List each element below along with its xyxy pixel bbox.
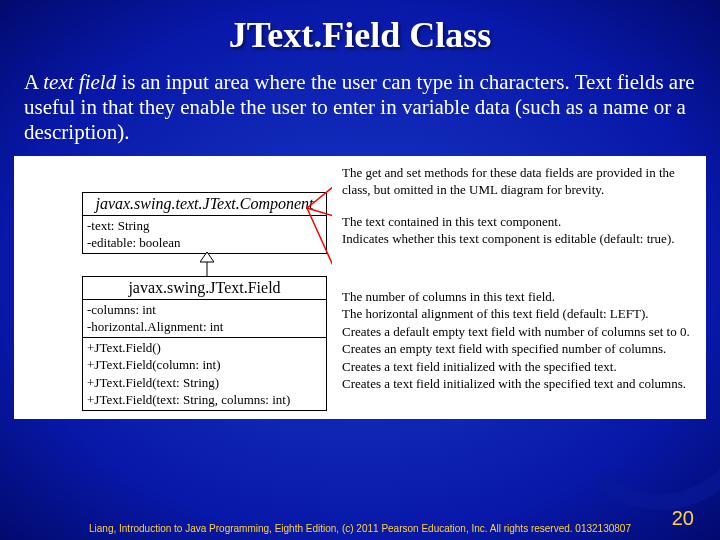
- uml-attr: -columns: int: [87, 301, 322, 319]
- note-brevity: The get and set methods for these data f…: [342, 162, 698, 199]
- intro-prefix: A: [24, 70, 43, 94]
- intro-paragraph: A text field is an input area where the …: [0, 56, 720, 156]
- note-ctor0: Creates a default empty text field with …: [342, 323, 698, 341]
- intro-rest: is an input area where the user can type…: [24, 70, 694, 144]
- note-columns-attr: The number of columns in this text field…: [342, 288, 698, 306]
- page-number: 20: [672, 507, 694, 530]
- slide-title: JText.Field Class: [0, 0, 720, 56]
- uml-diagram: javax.swing.text.JText.Component -text: …: [14, 156, 706, 419]
- footer-citation: Liang, Introduction to Java Programming,…: [0, 523, 720, 534]
- uml-class1-name: javax.swing.text.JText.Component: [83, 193, 326, 216]
- note-halign-attr: The horizontal alignment of this text fi…: [342, 305, 698, 323]
- note-editable-attr: Indicates whether this text component is…: [342, 230, 698, 248]
- inheritance-arrow-icon: [200, 252, 214, 276]
- uml-attr: -text: String: [87, 217, 322, 235]
- note-ctor2: Creates a text field initialized with th…: [342, 358, 698, 376]
- uml-class-jtextfield: javax.swing.JText.Field -columns: int -h…: [82, 276, 327, 411]
- note-text-attr: The text contained in this text componen…: [342, 213, 698, 231]
- uml-attr: -horizontal.Alignment: int: [87, 318, 322, 336]
- uml-op: +JText.Field(): [87, 339, 322, 357]
- note-ctor3: Creates a text field initialized with th…: [342, 375, 698, 393]
- uml-attr: -editable: boolean: [87, 234, 322, 252]
- svg-marker-6: [200, 252, 214, 262]
- uml-op: +JText.Field(text: String, columns: int): [87, 391, 322, 409]
- intro-em: text field: [43, 70, 116, 94]
- note-ctor1: Creates an empty text field with specifi…: [342, 340, 698, 358]
- uml-class2-name: javax.swing.JText.Field: [83, 277, 326, 300]
- uml-op: +JText.Field(text: String): [87, 374, 322, 392]
- uml-op: +JText.Field(column: int): [87, 356, 322, 374]
- uml-class-jtextcomponent: javax.swing.text.JText.Component -text: …: [82, 192, 327, 254]
